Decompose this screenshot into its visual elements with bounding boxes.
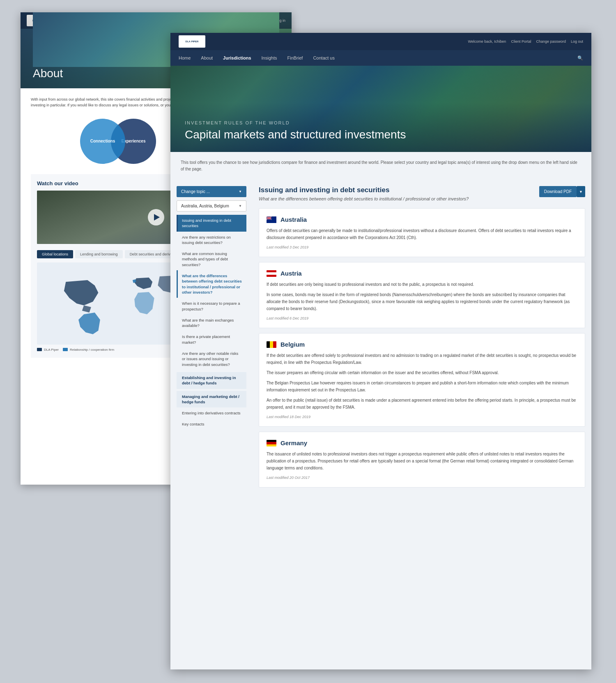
belgium-header: Belgium bbox=[267, 341, 577, 348]
svg-rect-9 bbox=[267, 218, 271, 218]
right-panel: Issuing and investing in debt securities… bbox=[253, 180, 591, 669]
play-button[interactable] bbox=[148, 209, 164, 225]
germany-name: Germany bbox=[280, 439, 307, 446]
menu-item-8[interactable]: Establishing and investing in debt / hed… bbox=[177, 372, 246, 389]
menu-item-0[interactable]: Issuing and investing in debt securities bbox=[177, 215, 246, 232]
hero-content: INVESTMENT RULES OF THE WORLD Capital ma… bbox=[185, 120, 577, 142]
austria-date: Last modified 6 Dec 2019 bbox=[267, 316, 577, 320]
right-title-block: Issuing and investing in debt securities… bbox=[259, 186, 469, 202]
austria-flag bbox=[267, 270, 276, 277]
client-portal-link[interactable]: Client Portal bbox=[511, 39, 531, 44]
austria-body: If debt securities are only being issued… bbox=[267, 281, 577, 312]
austria-name: Austria bbox=[280, 270, 302, 277]
front-nav-top-right: Welcome back, Ichiben Client Portal Chan… bbox=[468, 39, 584, 44]
australia-header: Australia bbox=[267, 216, 577, 223]
tab-lending[interactable]: Lending and borrowing bbox=[75, 250, 123, 258]
front-main: Change topic ... ▼ Australia, Austria, B… bbox=[170, 180, 591, 669]
topic-dropdown-arrow: ▼ bbox=[239, 190, 242, 193]
hero-supertitle: INVESTMENT RULES OF THE WORLD bbox=[185, 120, 577, 125]
country-card-australia: Australia Offers of debt securities can … bbox=[259, 208, 585, 257]
front-page: DLA PIPER Welcome back, Ichiben Client P… bbox=[170, 33, 591, 669]
front-nav-bottom: Home About Jurisdictions Insights FinBri… bbox=[170, 50, 591, 66]
nav-finbrief[interactable]: FinBrief bbox=[287, 55, 303, 60]
download-btn-group: Download PDF ▼ bbox=[539, 186, 585, 197]
front-logo[interactable]: DLA PIPER bbox=[179, 35, 205, 48]
legend-coop-color bbox=[63, 348, 68, 351]
jurisdiction-dropdown-arrow: ▼ bbox=[239, 204, 242, 208]
download-dropdown-arrow[interactable]: ▼ bbox=[577, 186, 585, 197]
search-icon[interactable]: 🔍 bbox=[577, 55, 583, 61]
welcome-text: Welcome back, Ichiben bbox=[468, 39, 506, 44]
australia-flag bbox=[267, 216, 276, 223]
jurisdiction-dropdown[interactable]: Australia, Austria, Belgium ▼ bbox=[177, 200, 246, 212]
right-header: Issuing and investing in debt securities… bbox=[259, 186, 585, 202]
subtitle: What are the differences between offerin… bbox=[259, 196, 469, 202]
nav-jurisdictions[interactable]: Jurisdictions bbox=[223, 55, 251, 60]
nav-home[interactable]: Home bbox=[179, 55, 191, 60]
nav-about[interactable]: About bbox=[201, 55, 213, 60]
belgium-flag bbox=[267, 341, 276, 348]
germany-flag bbox=[267, 440, 276, 446]
logout-link[interactable]: Log out bbox=[571, 39, 583, 44]
change-password-link[interactable]: Change password bbox=[536, 39, 566, 44]
menu-item-7[interactable]: Are there any other notable risks or iss… bbox=[177, 348, 246, 370]
left-panel: Change topic ... ▼ Australia, Austria, B… bbox=[170, 180, 253, 669]
germany-header: Germany bbox=[267, 439, 577, 446]
germany-body: The issuance of unlisted notes to profes… bbox=[267, 451, 577, 471]
germany-date: Last modified 20 Oct 2017 bbox=[267, 476, 577, 480]
belgium-date: Last modified 18 Dec 2019 bbox=[267, 415, 577, 419]
legend-dla-color bbox=[37, 348, 42, 351]
menu-item-10[interactable]: Entering into derivatives contracts bbox=[177, 407, 246, 419]
hero-title: Capital markets and structured investmen… bbox=[185, 128, 577, 142]
menu-item-11[interactable]: Key contacts bbox=[177, 419, 246, 430]
menu-item-5[interactable]: What are the main exchanges available? bbox=[177, 315, 246, 331]
menu-item-9[interactable]: Managing and marketing debt / hedge fund… bbox=[177, 391, 246, 408]
country-card-germany: Germany The issuance of unlisted notes t… bbox=[259, 432, 585, 488]
australia-body: Offers of debt securities can generally … bbox=[267, 227, 577, 241]
front-hero: INVESTMENT RULES OF THE WORLD Capital ma… bbox=[170, 66, 591, 152]
main-title: Issuing and investing in debt securities bbox=[259, 186, 469, 194]
topic-dropdown[interactable]: Change topic ... ▼ bbox=[177, 186, 246, 197]
menu-item-6[interactable]: Is there a private placement market? bbox=[177, 331, 246, 348]
menu-item-1[interactable]: Are there any restrictions on issuing de… bbox=[177, 232, 246, 248]
nav-contact[interactable]: Contact us bbox=[313, 55, 335, 60]
country-card-austria: Austria If debt securities are only bein… bbox=[259, 262, 585, 328]
download-pdf-button[interactable]: Download PDF bbox=[539, 186, 577, 197]
belgium-name: Belgium bbox=[280, 341, 305, 348]
menu-item-4[interactable]: When is it necessary to prepare a prospe… bbox=[177, 298, 246, 315]
front-nav-top: DLA PIPER Welcome back, Ichiben Client P… bbox=[170, 33, 591, 50]
australia-name: Australia bbox=[280, 216, 307, 223]
australia-date: Last modified 3 Dec 2019 bbox=[267, 245, 577, 249]
venn-left: Connections bbox=[80, 119, 125, 164]
legend-coop: Relationship / cooperation firm bbox=[63, 348, 114, 352]
belgium-body: If the debt securities are offered solel… bbox=[267, 352, 577, 411]
nav-insights[interactable]: Insights bbox=[262, 55, 277, 60]
menu-item-2[interactable]: What are common issuing methods and type… bbox=[177, 248, 246, 270]
country-card-belgium: Belgium If the debt securities are offer… bbox=[259, 333, 585, 427]
austria-header: Austria bbox=[267, 270, 577, 277]
menu-item-3[interactable]: What are the differences between offerin… bbox=[177, 270, 246, 298]
legend-dla: DLA Piper bbox=[37, 348, 59, 352]
intro-bar: This tool offers you the chance to see h… bbox=[170, 152, 591, 180]
left-menu: Issuing and investing in debt securities… bbox=[177, 215, 246, 430]
tab-global-locations[interactable]: Global locations bbox=[37, 250, 73, 258]
